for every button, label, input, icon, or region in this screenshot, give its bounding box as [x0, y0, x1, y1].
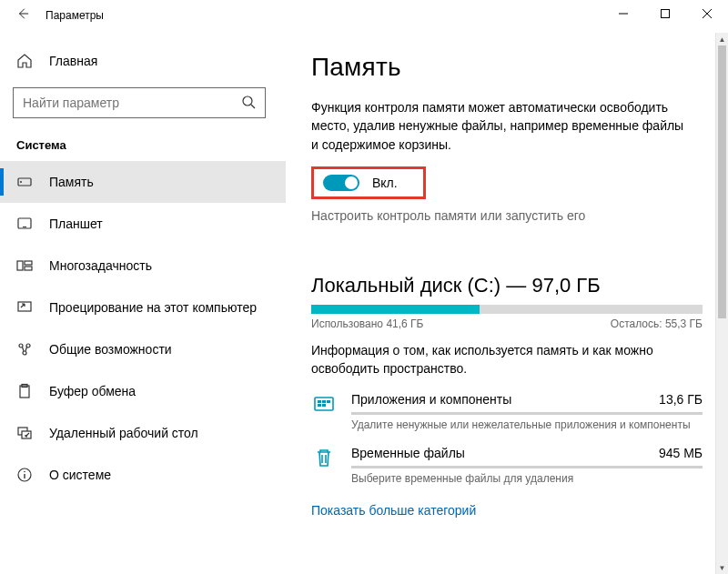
scroll-down-arrow[interactable]: ▼	[716, 561, 728, 574]
scroll-up-arrow[interactable]: ▲	[716, 33, 728, 45]
svg-rect-6	[17, 261, 23, 270]
disk-usage-bar	[311, 305, 703, 314]
page-title: Память	[311, 53, 712, 82]
svg-rect-5	[23, 227, 26, 227]
sidebar-item-tablet[interactable]: Планшет	[0, 203, 286, 245]
sidebar-section-title: Система	[0, 118, 286, 156]
disk-description: Информация о том, как используется памят…	[311, 341, 693, 378]
maximize-button[interactable]	[644, 0, 686, 27]
search-field[interactable]	[23, 96, 241, 110]
svg-rect-22	[327, 400, 330, 403]
category-size: 13,6 ГБ	[659, 392, 703, 407]
category-bar	[351, 466, 703, 468]
svg-point-10	[19, 344, 23, 347]
scroll-thumb[interactable]	[718, 45, 726, 318]
window-title: Параметры	[46, 9, 104, 22]
sidebar-item-clipboard[interactable]: Буфер обмена	[0, 370, 286, 412]
category-size: 945 МБ	[659, 446, 703, 460]
svg-rect-7	[25, 261, 32, 265]
home-label: Главная	[49, 54, 97, 68]
sidebar-item-multitask[interactable]: Многозадачность	[0, 245, 286, 287]
category-bar	[351, 412, 703, 415]
svg-rect-23	[318, 404, 321, 407]
shared-icon	[16, 341, 33, 357]
sidebar-item-label: Планшет	[49, 217, 103, 231]
disk-meta: Использовано 41,6 ГБ Осталось: 55,3 ГБ	[311, 317, 703, 330]
about-icon	[16, 467, 33, 483]
sidebar-nav: ПамятьПланшетМногозадачностьПроецировани…	[0, 161, 286, 496]
toggle-label: Вкл.	[372, 176, 398, 190]
svg-point-1	[243, 96, 252, 106]
project-icon	[16, 299, 33, 316]
sidebar-item-label: Общие возможности	[49, 342, 172, 357]
storage-category[interactable]: Приложения и компоненты13,6 ГБУдалите не…	[311, 392, 703, 431]
main-content: Память Функция контроля памяти может авт…	[286, 33, 728, 574]
clipboard-icon	[16, 383, 33, 399]
svg-rect-20	[318, 400, 321, 403]
sidebar-item-label: Проецирование на этот компьютер	[49, 300, 257, 315]
back-button[interactable]	[16, 7, 29, 23]
sidebar-item-label: Буфер обмена	[49, 384, 136, 398]
configure-storage-sense-link[interactable]: Настроить контроль памяти или запустить …	[311, 208, 712, 223]
category-name: Приложения и компоненты	[351, 392, 511, 407]
svg-rect-8	[25, 267, 32, 270]
sidebar-item-storage[interactable]: Память	[0, 161, 286, 203]
search-icon	[241, 95, 256, 112]
minimize-button[interactable]	[602, 0, 644, 27]
remote-icon	[16, 425, 33, 441]
svg-rect-24	[322, 404, 326, 407]
disk-usage-fill	[311, 305, 480, 314]
vertical-scrollbar[interactable]: ▲ ▼	[715, 33, 728, 574]
storage-icon	[16, 174, 33, 190]
category-hint: Выберите временные файлы для удаления	[351, 472, 703, 485]
disk-title: Локальный диск (C:) — 97,0 ГБ	[311, 274, 712, 297]
apps-icon	[311, 394, 337, 414]
titlebar: Параметры	[0, 0, 728, 33]
sidebar-item-remote[interactable]: Удаленный рабочий стол	[0, 412, 286, 454]
sidebar: Главная Система ПамятьПланшетМногозадачн…	[0, 33, 286, 574]
svg-rect-0	[662, 10, 670, 18]
search-input[interactable]	[13, 87, 266, 118]
storage-sense-toggle[interactable]	[323, 175, 359, 191]
svg-rect-16	[22, 431, 31, 438]
sidebar-item-shared[interactable]: Общие возможности	[0, 328, 286, 370]
close-button[interactable]	[686, 0, 728, 27]
show-more-categories-link[interactable]: Показать больше категорий	[311, 503, 476, 518]
sidebar-item-label: О системе	[49, 468, 111, 482]
storage-sense-toggle-row: Вкл.	[311, 166, 426, 199]
sidebar-item-project[interactable]: Проецирование на этот компьютер	[0, 287, 286, 328]
sidebar-item-label: Многозадачность	[49, 258, 152, 273]
svg-point-12	[23, 351, 26, 355]
home-nav[interactable]: Главная	[0, 44, 286, 78]
storage-sense-description: Функция контроля памяти может автоматиче…	[311, 98, 693, 154]
category-name: Временные файлы	[351, 446, 465, 460]
disk-used-label: Использовано 41,6 ГБ	[311, 317, 423, 330]
tablet-icon	[16, 216, 33, 232]
disk-free-label: Осталось: 55,3 ГБ	[611, 317, 703, 330]
sidebar-item-about[interactable]: О системе	[0, 454, 286, 496]
sidebar-item-label: Удаленный рабочий стол	[49, 426, 198, 440]
storage-category[interactable]: Временные файлы945 МБВыберите временные …	[311, 446, 703, 485]
multitask-icon	[16, 257, 33, 274]
home-icon	[16, 53, 33, 69]
trash-icon	[311, 448, 337, 468]
svg-rect-21	[322, 400, 326, 403]
svg-point-11	[26, 344, 30, 347]
category-hint: Удалите ненужные или нежелательные прило…	[351, 418, 703, 431]
svg-point-3	[20, 181, 22, 183]
svg-point-18	[24, 471, 25, 473]
sidebar-item-label: Память	[49, 175, 94, 189]
